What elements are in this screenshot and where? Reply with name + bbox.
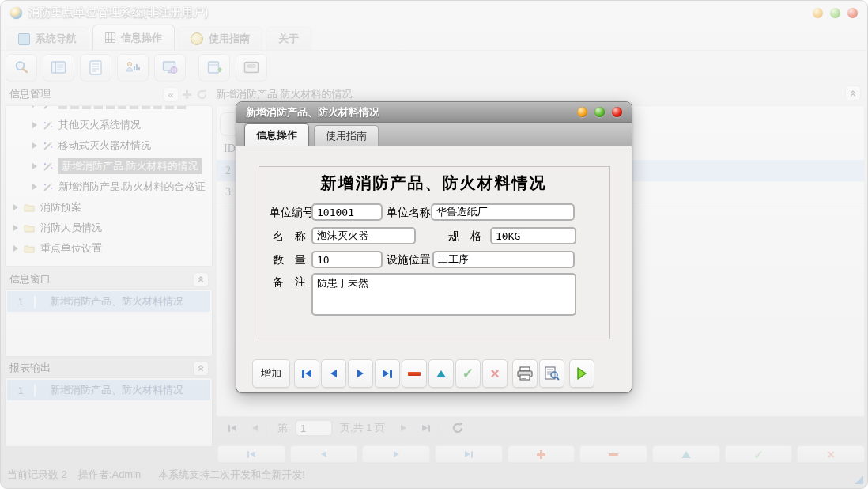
personnel-chart-button[interactable] xyxy=(117,54,149,82)
expand-arrow-icon[interactable] xyxy=(32,163,37,169)
refresh-icon[interactable] xyxy=(451,422,464,434)
tree-item-label: 消防预案 xyxy=(40,200,81,214)
tree-item[interactable]: 其他灭火系统情况 xyxy=(6,115,212,135)
unit-code-field[interactable] xyxy=(311,203,383,221)
grid-delete-button[interactable] xyxy=(579,445,647,463)
unit-name-field[interactable] xyxy=(431,203,575,221)
nav-last-button[interactable] xyxy=(375,359,400,388)
page-last-icon[interactable] xyxy=(422,425,430,432)
tree-item[interactable]: 新增消防产品.防火材料的合格证 xyxy=(6,176,212,197)
add-icon[interactable] xyxy=(183,90,191,99)
expand-arrow-icon[interactable] xyxy=(13,204,18,210)
close-button[interactable] xyxy=(847,8,858,18)
add-button[interactable]: 增加 xyxy=(252,359,290,388)
tab-user-guide[interactable]: 使用指南 xyxy=(178,27,262,50)
list-item-label: 新增消防产品、防火材料情况 xyxy=(36,383,183,397)
location-field[interactable] xyxy=(432,251,575,268)
collapse-up-icon[interactable] xyxy=(194,273,208,286)
confirm-button[interactable]: ✓ xyxy=(455,359,481,388)
tree-item[interactable]: 消防人员情况 xyxy=(6,218,212,238)
search-button[interactable] xyxy=(6,54,37,82)
print-button[interactable] xyxy=(512,359,538,388)
page-number-input[interactable] xyxy=(295,419,333,437)
dialog-minimize-button[interactable] xyxy=(577,107,587,117)
nav-next-button[interactable] xyxy=(348,359,373,388)
dialog-maximize-button[interactable] xyxy=(594,107,605,117)
expand-arrow-icon[interactable] xyxy=(13,225,18,231)
collapse-up-icon[interactable] xyxy=(846,86,860,100)
cancel-button[interactable]: × xyxy=(482,359,508,388)
nav-prev-button[interactable] xyxy=(321,359,346,388)
record-details-icon xyxy=(51,60,66,74)
grid-confirm-button[interactable]: ✓ xyxy=(725,445,793,463)
collapse-up-icon[interactable] xyxy=(194,362,208,375)
product-name-field[interactable] xyxy=(311,227,416,244)
record-count: 当前记录数 2 xyxy=(7,468,67,482)
page-prev-icon[interactable] xyxy=(252,425,258,431)
expand-arrow-icon[interactable] xyxy=(32,184,37,190)
divider xyxy=(438,422,439,434)
tab-system-nav[interactable]: 系统导航 xyxy=(6,27,89,50)
expand-arrow-icon[interactable] xyxy=(32,122,37,128)
tree-item[interactable]: 重点单位设置 xyxy=(6,238,212,259)
grid-add-button[interactable] xyxy=(508,445,576,463)
run-button[interactable] xyxy=(569,359,594,388)
tab-about[interactable]: 关于 xyxy=(266,27,311,50)
info-window-title: 信息窗口 xyxy=(9,272,51,286)
dialog-tabbar: 信息操作 使用指南 xyxy=(236,123,632,146)
main-panel-title: 新增消防产品 防火材料的情况 xyxy=(216,87,353,101)
remarks-label: 备 注 xyxy=(273,275,306,290)
record-details-button[interactable] xyxy=(43,54,74,82)
archive-drawer-button[interactable] xyxy=(236,54,267,82)
edit-button[interactable] xyxy=(428,359,454,388)
column-id-label: ID xyxy=(224,142,236,155)
tree-item-partial[interactable] xyxy=(6,106,212,115)
list-item-index: 1 xyxy=(7,385,36,396)
list-item[interactable]: 1 新增消防产品、防火材料情况 xyxy=(7,291,210,312)
document-button[interactable] xyxy=(80,54,111,82)
add-form-button[interactable] xyxy=(198,54,230,82)
page-next-icon[interactable] xyxy=(401,425,406,431)
check-icon: ✓ xyxy=(753,449,764,461)
grid-edit-button[interactable] xyxy=(652,445,720,463)
expand-arrow-icon[interactable] xyxy=(32,106,37,108)
grid-prev-button[interactable] xyxy=(290,445,358,463)
expand-arrow-icon[interactable] xyxy=(13,245,18,252)
tree-item-label: 新增消防产品.防火材料的情况 xyxy=(58,158,202,174)
tree-item[interactable]: 消防预案 xyxy=(6,197,212,218)
tab-info-operation[interactable]: 信息操作 xyxy=(92,25,175,50)
folder-icon xyxy=(24,244,35,253)
spec-field[interactable] xyxy=(490,227,576,244)
resize-grip[interactable] xyxy=(855,476,863,484)
expand-arrow-icon[interactable] xyxy=(32,142,37,149)
collapse-left-icon[interactable]: « xyxy=(164,88,178,101)
clock-icon xyxy=(191,32,203,45)
divider xyxy=(266,422,266,434)
tree-item[interactable]: 移动式灭火器材情况 xyxy=(6,135,212,156)
play-icon xyxy=(576,367,587,380)
quantity-field[interactable] xyxy=(311,251,383,268)
grid-action-bar: ✓ × xyxy=(217,445,865,463)
refresh-icon[interactable] xyxy=(196,89,208,100)
page-first-icon[interactable] xyxy=(228,425,236,432)
delete-button[interactable] xyxy=(402,359,427,388)
monitor-view-button[interactable] xyxy=(154,54,186,82)
tree-item-selected[interactable]: 新增消防产品.防火材料的情况 xyxy=(6,156,212,176)
dialog-toolbar: 增加 ✓ × xyxy=(252,358,619,389)
remarks-field[interactable]: 防患于未然 xyxy=(311,273,576,316)
preview-button[interactable] xyxy=(539,359,564,388)
grid-next-button[interactable] xyxy=(362,445,430,463)
list-item[interactable]: 1 新增消防产品、防火材料情况 xyxy=(7,380,210,400)
maximize-button[interactable] xyxy=(830,8,840,18)
nav-first-button[interactable] xyxy=(294,359,319,388)
grid-first-button[interactable] xyxy=(217,445,285,463)
dialog-close-button[interactable] xyxy=(612,107,622,117)
report-output-list: 1 新增消防产品、防火材料情况 xyxy=(5,377,213,447)
grid-cancel-button[interactable]: × xyxy=(797,445,865,463)
dialog-tab-info-operation[interactable]: 信息操作 xyxy=(244,123,309,146)
info-mgmt-header: 信息管理 « xyxy=(5,85,213,104)
dialog-tab-user-guide[interactable]: 使用指南 xyxy=(314,125,379,146)
dialog-titlebar[interactable]: 新增消防产品、防火材料情况 xyxy=(236,102,632,123)
grid-last-button[interactable] xyxy=(435,445,503,463)
minimize-button[interactable] xyxy=(813,8,823,18)
